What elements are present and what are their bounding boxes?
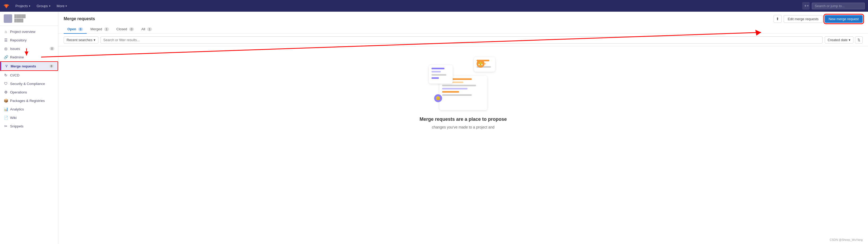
- sidebar-project-info: █████ ████: [14, 14, 26, 23]
- empty-state: 😤 😊 Merge requests are a place to propos…: [58, 47, 868, 141]
- sidebar-item-operations[interactable]: ⚙ Operations: [0, 88, 58, 97]
- content-title-row: Merge requests ⬆ Edit merge requests New…: [64, 15, 863, 23]
- main-content: Merge requests ⬆ Edit merge requests New…: [58, 12, 868, 244]
- sidebar-item-redmine[interactable]: 🔗 Redmine ↑: [0, 53, 58, 61]
- tab-merged-label: Merged: [90, 27, 102, 31]
- project-avatar: [4, 14, 12, 23]
- global-search-input[interactable]: [812, 3, 865, 9]
- packages-icon: 📦: [4, 99, 8, 103]
- repository-icon: ☰: [4, 38, 8, 42]
- left-line-2: [432, 71, 441, 73]
- emoji-icon-purple: 😊: [436, 96, 440, 100]
- line-3: [442, 85, 476, 86]
- sort-direction-icon: ⇅: [858, 38, 860, 42]
- illustration-left-card: [429, 65, 453, 84]
- sort-select[interactable]: Created date ▾: [825, 36, 854, 44]
- redmine-icon: 🔗: [4, 55, 8, 59]
- filter-right: Created date ▾ ⇅: [825, 36, 863, 44]
- tab-open[interactable]: Open 0: [64, 25, 87, 34]
- sidebar-item-snippets[interactable]: ✂ Snippets: [0, 122, 58, 130]
- merge-requests-badge: 0: [49, 64, 54, 68]
- recent-searches-chevron-icon: ▾: [94, 38, 95, 42]
- sidebar-item-packages[interactable]: 📦 Packages & Registries: [0, 97, 58, 105]
- new-merge-request-label: New merge request: [829, 17, 859, 21]
- tab-merged-count: 1: [104, 27, 109, 31]
- sidebar-nav: ⌂ Project overview ☰ Repository ◎ Issues…: [0, 26, 58, 244]
- sidebar-label-redmine: Redmine: [10, 55, 54, 59]
- more-chevron-icon: ▾: [65, 4, 67, 7]
- groups-chevron-icon: ▾: [49, 4, 51, 7]
- sidebar-item-security[interactable]: 🛡 Security & Compliance: [0, 79, 58, 88]
- cicd-icon: ↻: [4, 73, 8, 77]
- sidebar-item-cicd[interactable]: ↻ CI/CD: [0, 71, 58, 79]
- merge-requests-icon: ⑂: [4, 64, 8, 68]
- issues-badge: 0: [50, 47, 54, 50]
- sidebar-item-wiki[interactable]: 📄 Wiki: [0, 113, 58, 122]
- new-item-button[interactable]: ＋ ▾: [802, 2, 810, 9]
- line-4: [442, 88, 468, 89]
- plus-icon: ＋: [804, 3, 807, 8]
- page-title: Merge requests: [64, 17, 95, 21]
- left-line-3: [432, 74, 446, 76]
- tab-merged[interactable]: Merged 1: [87, 25, 113, 34]
- empty-illustration: 😤 😊: [426, 57, 500, 110]
- page-layout: █████ ████ ⌂ Project overview ☰ Reposito…: [0, 12, 868, 244]
- sidebar-item-issues[interactable]: ◎ Issues 0: [0, 44, 58, 53]
- tab-open-label: Open: [67, 27, 76, 31]
- tab-all-count: 1: [147, 27, 152, 31]
- sidebar-label-snippets: Snippets: [10, 124, 54, 128]
- tab-all[interactable]: All 1: [137, 25, 156, 34]
- nav-more[interactable]: More ▾: [54, 2, 70, 9]
- search-filter-input[interactable]: [100, 36, 823, 44]
- sidebar-label-security: Security & Compliance: [10, 82, 54, 86]
- sort-label: Created date: [828, 38, 847, 42]
- sidebar-item-project-overview[interactable]: ⌂ Project overview: [0, 27, 58, 36]
- project-name-line2: ████: [14, 19, 26, 23]
- tab-closed[interactable]: Closed 0: [113, 25, 137, 34]
- sidebar: █████ ████ ⌂ Project overview ☰ Reposito…: [0, 12, 58, 244]
- sort-direction-button[interactable]: ⇅: [855, 36, 863, 44]
- snippets-icon: ✂: [4, 124, 8, 128]
- wiki-icon: 📄: [4, 115, 8, 120]
- upload-button[interactable]: ⬆: [774, 15, 781, 23]
- edit-merge-requests-button[interactable]: Edit merge requests: [784, 15, 823, 23]
- sidebar-label-project-overview: Project overview: [10, 30, 54, 34]
- sidebar-label-repository: Repository: [10, 38, 54, 42]
- upload-icon: ⬆: [776, 17, 779, 21]
- sidebar-label-analytics: Analytics: [10, 107, 54, 111]
- nav-groups[interactable]: Groups ▾: [34, 2, 53, 9]
- operations-icon: ⚙: [4, 90, 8, 94]
- sidebar-item-repository[interactable]: ☰ Repository: [0, 36, 58, 44]
- sidebar-label-wiki: Wiki: [10, 116, 54, 120]
- sidebar-item-analytics[interactable]: 📊 Analytics: [0, 105, 58, 113]
- tab-closed-count: 0: [129, 27, 134, 31]
- empty-description: changes you've made to a project and: [432, 124, 494, 130]
- project-name-line1: █████: [14, 14, 26, 19]
- sidebar-project-header: █████ ████: [0, 12, 58, 26]
- nav-projects[interactable]: Projects ▾: [13, 2, 33, 9]
- security-icon: 🛡: [4, 82, 8, 86]
- recent-searches-button[interactable]: Recent searches ▾: [64, 36, 98, 44]
- gitlab-logo[interactable]: [3, 3, 9, 9]
- line-6: [442, 94, 472, 96]
- tabs-row: Open 0 Merged 1 Closed 0 All 1: [64, 25, 863, 33]
- sidebar-label-cicd: CI/CD: [10, 73, 54, 77]
- filter-bar: Recent searches ▾ Created date ▾ ⇅: [58, 34, 868, 47]
- sidebar-label-issues: Issues: [10, 47, 48, 51]
- projects-chevron-icon: ▾: [29, 4, 30, 7]
- content-title-left: Merge requests: [64, 17, 95, 21]
- analytics-icon: 📊: [4, 107, 8, 111]
- new-merge-request-button[interactable]: New merge request: [825, 15, 863, 23]
- tab-closed-label: Closed: [117, 27, 127, 31]
- edit-merge-requests-label: Edit merge requests: [788, 17, 818, 21]
- line-5: [442, 91, 459, 93]
- navbar-right: ＋ ▾: [802, 2, 865, 9]
- sidebar-item-merge-requests[interactable]: ⑂ Merge requests 0: [0, 61, 58, 71]
- sidebar-label-packages: Packages & Registries: [10, 99, 54, 103]
- issues-icon: ◎: [4, 47, 8, 51]
- tab-all-label: All: [141, 27, 145, 31]
- content-header: Merge requests ⬆ Edit merge requests New…: [58, 12, 868, 34]
- tab-open-count: 0: [78, 27, 83, 31]
- home-icon: ⌂: [4, 29, 8, 34]
- left-line-4: [432, 77, 439, 79]
